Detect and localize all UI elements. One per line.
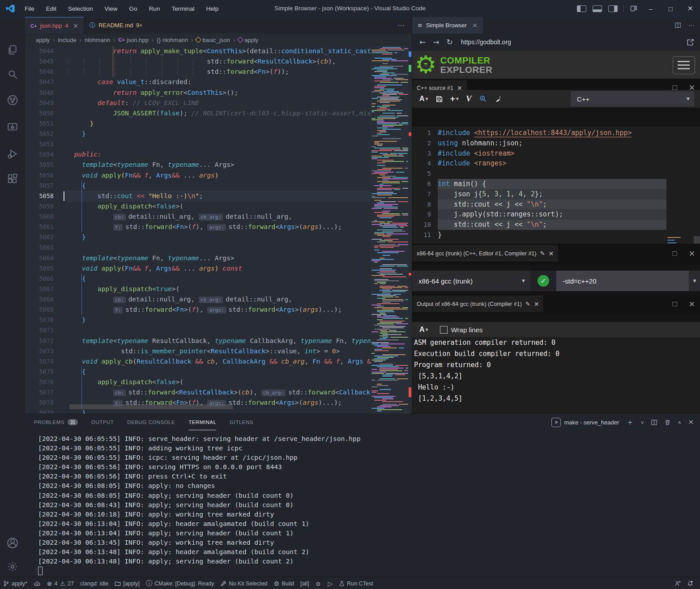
tab-json-hpp[interactable]: C+json.hpp4✕ — [25, 17, 84, 34]
rename-icon[interactable]: ✎ — [540, 250, 545, 257]
maximize-button[interactable]: □ — [661, 0, 680, 17]
code-editor[interactable]: 5044504550465047504850495050505150525053… — [25, 46, 412, 414]
compiler-select[interactable]: x86-64 gcc (trunk)▼ — [412, 271, 530, 291]
close-icon[interactable]: ✕ — [534, 301, 539, 308]
panel-tab-debug-console[interactable]: DEBUG CONSOLE — [127, 415, 175, 430]
close-icon[interactable]: ✕ — [472, 22, 478, 29]
reload-icon[interactable]: ↻ — [447, 38, 453, 47]
menu-run[interactable]: Run — [143, 5, 166, 12]
cmake-folder-status[interactable]: [apply] — [111, 577, 143, 589]
feedback-status[interactable] — [671, 577, 684, 589]
breadcrumb-item-basic-json[interactable]: basic_json — [196, 37, 230, 43]
forward-icon[interactable]: → — [433, 38, 439, 47]
activity-source-control[interactable] — [0, 89, 25, 111]
menu-terminal[interactable]: Terminal — [166, 5, 200, 12]
tab-compiler[interactable]: x86-64 gcc (trunk) (C++, Editor #1, Comp… — [412, 245, 558, 262]
minimap[interactable] — [371, 46, 408, 414]
ctest-button[interactable]: Run CTest — [336, 577, 376, 589]
open-external-icon[interactable] — [687, 38, 694, 46]
include-link[interactable]: <https://localhost:8443/apply/json.hpp> — [474, 129, 632, 137]
tab-readme-md[interactable]: ⓘREADME.md9+ — [84, 17, 148, 34]
breadcrumb[interactable]: apply›include›nlohmann›C+json.hpp›{}nloh… — [25, 34, 423, 46]
notifications-bell[interactable] — [684, 577, 696, 589]
toggle-sidebar-icon[interactable] — [577, 5, 586, 12]
panel-tab-problems[interactable]: PROBLEMS31 — [34, 415, 78, 430]
maximize-pane-icon[interactable]: □ — [672, 300, 677, 309]
menu-help[interactable]: Help — [200, 5, 224, 12]
tab-output[interactable]: Output of x86-64 gcc (trunk) (Compiler #… — [412, 296, 543, 312]
menu-selection[interactable]: Selection — [62, 5, 99, 12]
menu-file[interactable]: File — [19, 5, 40, 12]
breadcrumb-item-apply[interactable]: apply — [238, 37, 258, 43]
kit-status[interactable]: No Kit Selected — [217, 577, 270, 589]
menu-view[interactable]: View — [99, 5, 124, 12]
close-panel-icon[interactable]: ✕ — [688, 418, 694, 426]
font-size-icon[interactable]: A▼ — [419, 326, 428, 334]
close-pane-icon[interactable]: ✕ — [689, 300, 695, 309]
terminal-output[interactable]: [2022-04-30 06:05:55] INFO: serve_header… — [38, 434, 691, 575]
cmake-variant-status[interactable]: ⓘCMake: [Debug]: Ready — [143, 577, 217, 589]
breadcrumb-item-nlohmann[interactable]: {}nlohmann — [157, 37, 188, 43]
minimize-button[interactable]: – — [641, 0, 661, 17]
vim-mode-icon[interactable]: V — [466, 94, 472, 104]
menu-edit[interactable]: Edit — [40, 5, 62, 12]
url-input[interactable]: https://godbolt.org — [461, 38, 511, 46]
toggle-panel-icon[interactable] — [593, 5, 602, 12]
terminal-dropdown-icon[interactable]: ∨ — [640, 420, 644, 425]
menu-go[interactable]: Go — [124, 5, 143, 12]
breadcrumb-item-nlohmann[interactable]: nlohmann — [85, 37, 110, 43]
breadcrumb-item-json-hpp[interactable]: C+json.hpp — [118, 37, 149, 43]
hamburger-menu-icon[interactable] — [673, 56, 695, 74]
save-icon[interactable] — [435, 95, 443, 103]
font-size-icon[interactable]: A▼ — [419, 95, 428, 103]
close-icon[interactable]: ✕ — [548, 250, 554, 257]
activity-account[interactable] — [0, 532, 25, 554]
build-target[interactable]: [all] — [297, 577, 312, 589]
activity-run-and-debug[interactable] — [0, 143, 25, 165]
more-actions-icon[interactable]: ⋯ — [688, 22, 694, 29]
kill-terminal-icon[interactable] — [664, 419, 671, 426]
panel-tab-output[interactable]: OUTPUT — [91, 415, 114, 430]
panel-tab-gitlens[interactable]: GITLENS — [230, 415, 253, 430]
back-icon[interactable]: ← — [419, 38, 426, 47]
activity-cmake[interactable] — [0, 116, 25, 138]
branch-status[interactable]: apply* — [0, 577, 30, 589]
breadcrumb-item-apply[interactable]: apply — [36, 37, 50, 43]
maximize-pane-icon[interactable]: □ — [672, 249, 677, 258]
activity-extensions[interactable] — [0, 168, 25, 190]
customize-layout-icon[interactable] — [630, 5, 637, 12]
godbolt-scrollbar[interactable] — [693, 236, 700, 244]
close-pane-icon[interactable]: ✕ — [689, 249, 695, 258]
activity-search[interactable] — [0, 64, 25, 85]
terminal-select[interactable]: > make - serve_header — [551, 418, 619, 427]
compiler-options-input[interactable]: -std=c++20 — [556, 271, 689, 291]
activity-settings[interactable] — [0, 556, 25, 577]
activity-explorer[interactable] — [0, 39, 25, 60]
pony-icon[interactable] — [494, 95, 502, 103]
clangd-status[interactable]: clangd: idle — [77, 577, 111, 589]
launch-button[interactable]: ▷ — [324, 577, 336, 589]
debug-button[interactable] — [312, 577, 324, 589]
options-dropdown-icon[interactable]: ▼ — [689, 271, 700, 291]
publish-status[interactable] — [30, 577, 44, 589]
add-pane-icon[interactable]: +▼ — [450, 94, 459, 104]
close-icon[interactable]: ✕ — [73, 22, 78, 30]
new-terminal-icon[interactable]: ＋ — [626, 417, 634, 428]
close-button[interactable]: ✕ — [680, 0, 700, 17]
toggle-secondary-sidebar-icon[interactable] — [608, 5, 618, 12]
problems-status[interactable]: ⊗4⚠27 — [44, 577, 77, 589]
wrap-lines-checkbox[interactable] — [440, 326, 448, 334]
more-editor-actions-icon[interactable]: ⋯ — [390, 17, 412, 34]
breadcrumb-item-include[interactable]: include — [58, 37, 76, 43]
godbolt-source-editor[interactable]: 1234567891011 #include <https://localhos… — [412, 127, 700, 244]
language-select[interactable]: C++▼ — [571, 91, 694, 106]
panel-tab-terminal[interactable]: TERMINAL — [188, 414, 216, 430]
split-terminal-icon[interactable] — [651, 419, 657, 426]
split-editor-icon[interactable] — [674, 22, 681, 29]
tab-simple-browser[interactable]: ≡ Simple Browser ✕ — [412, 17, 483, 34]
build-button[interactable]: ⚙Build — [271, 577, 297, 589]
horizontal-scrollbar[interactable] — [69, 404, 233, 409]
maximize-panel-icon[interactable]: ∧ — [678, 420, 681, 425]
zoom-search-icon[interactable] — [479, 95, 487, 103]
rename-icon[interactable]: ✎ — [525, 301, 530, 307]
